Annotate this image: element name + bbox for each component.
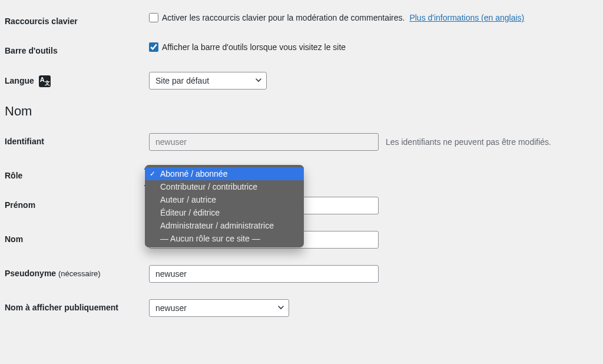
display-name-select[interactable]: newuser xyxy=(149,299,289,317)
toolbar-checkbox-text: Afficher la barre d'outils lorsque vous … xyxy=(162,42,346,52)
role-option-label: Contributeur / contributrice xyxy=(160,182,257,191)
role-option-subscriber[interactable]: ✓ Abonné / abonnée xyxy=(145,167,304,180)
role-option-label: Administrateur / administratrice xyxy=(160,221,274,230)
role-option-label: Abonné / abonnée xyxy=(160,169,227,178)
toolbar-label: Barre d'outils xyxy=(5,42,149,55)
username-input xyxy=(149,133,379,151)
nickname-label-text: Pseudonyme xyxy=(5,269,56,278)
toolbar-checkbox-wrap[interactable]: Afficher la barre d'outils lorsque vous … xyxy=(149,42,346,52)
role-option-label: — Aucun rôle sur ce site — xyxy=(160,234,260,243)
nickname-input[interactable] xyxy=(149,265,379,283)
language-label-text: Langue xyxy=(5,76,34,85)
language-select[interactable]: Site par défaut xyxy=(149,72,267,90)
role-option-administrator[interactable]: Administrateur / administratrice xyxy=(145,219,304,232)
username-desc: Les identifiants ne peuvent pas être mod… xyxy=(386,137,551,147)
translate-icon: A xyxy=(39,75,51,87)
role-option-label: Éditeur / éditrice xyxy=(160,208,220,217)
shortcuts-checkbox-wrap[interactable]: Activer les raccourcis clavier pour la m… xyxy=(149,13,405,22)
role-option-contributor[interactable]: Contributeur / contributrice xyxy=(145,180,304,193)
role-option-none[interactable]: — Aucun rôle sur ce site — xyxy=(145,232,304,245)
language-label: Langue A xyxy=(5,72,149,87)
toolbar-checkbox[interactable] xyxy=(149,42,158,52)
firstname-label: Prénom xyxy=(5,197,149,210)
role-option-editor[interactable]: Éditeur / éditrice xyxy=(145,206,304,219)
shortcuts-label: Raccourcis clavier xyxy=(5,13,149,26)
lastname-label: Nom xyxy=(5,231,149,244)
nickname-label: Pseudonyme (nécessaire) xyxy=(5,265,149,278)
username-label: Identifiant xyxy=(5,133,149,146)
shortcuts-more-info-link[interactable]: Plus d'informations (en anglais) xyxy=(409,13,524,22)
role-dropdown[interactable]: ✓ Abonné / abonnée Contributeur / contri… xyxy=(145,165,304,247)
name-section-title: Nom xyxy=(5,104,32,119)
check-icon: ✓ xyxy=(150,170,155,178)
role-option-label: Auteur / autrice xyxy=(160,195,216,204)
nickname-required-text: (nécessaire) xyxy=(58,269,101,278)
shortcuts-checkbox[interactable] xyxy=(149,13,158,22)
role-option-author[interactable]: Auteur / autrice xyxy=(145,193,304,206)
display-name-label: Nom à afficher publiquement xyxy=(5,299,149,312)
role-label: Rôle xyxy=(5,167,149,180)
shortcuts-checkbox-text: Activer les raccourcis clavier pour la m… xyxy=(162,13,405,22)
